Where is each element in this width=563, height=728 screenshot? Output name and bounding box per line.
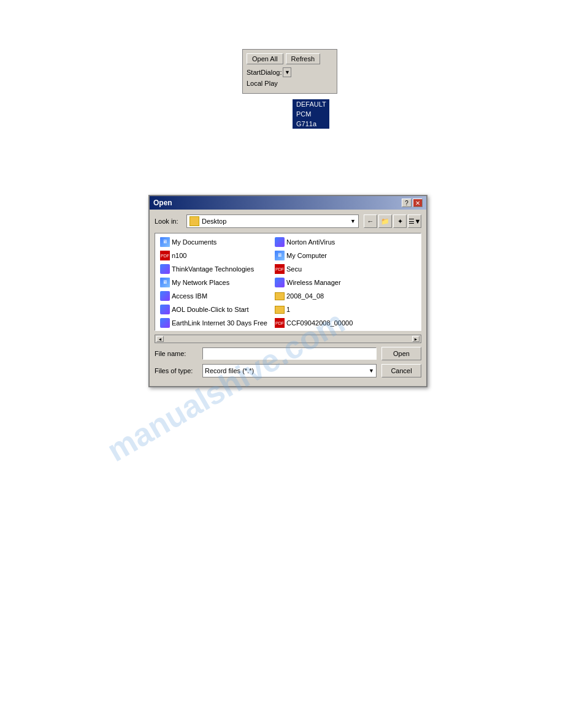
file-name-row: File name: Open	[155, 347, 421, 360]
file-name: EarthLink Internet 30 Days Free	[172, 319, 267, 327]
back-button[interactable]: ←	[364, 214, 377, 228]
file-item[interactable]: ThinkVantage Technologies	[158, 263, 271, 275]
dropdown-item-default[interactable]: DEFAULT	[293, 99, 329, 109]
file-item[interactable]: EarthLink Internet 30 Days Free	[158, 317, 271, 329]
file-item[interactable]: Norton AntiVirus	[272, 236, 386, 248]
navigation-icons: ← 📁 ✦ ☰▼	[364, 214, 421, 228]
shortcut-icon	[160, 264, 170, 274]
files-area: 🖥My DocumentsNorton AntiVirusPDFn100🖥My …	[155, 233, 421, 331]
file-name: CCF09042008_00000	[286, 319, 353, 327]
local-play-label: Local Play	[247, 80, 278, 87]
shortcut-icon	[275, 278, 285, 287]
look-in-arrow: ▼	[350, 218, 356, 224]
shortcut-icon	[160, 318, 170, 328]
file-item[interactable]: 🖥My Documents	[158, 236, 271, 248]
scroll-right[interactable]: ►	[412, 336, 419, 342]
pdf-icon: PDF	[275, 318, 285, 328]
file-item[interactable]: PDFCCF09042008_00000	[272, 317, 386, 329]
dropdown-menu: DEFAULT PCM G711a	[293, 99, 329, 129]
folder-icon	[275, 306, 285, 314]
file-name: Access IBM	[172, 292, 207, 300]
files-of-type-combo[interactable]: Record files (*.*) ▼	[202, 364, 377, 377]
look-in-value: Desktop	[202, 218, 226, 225]
titlebar-buttons: ? ✕	[402, 199, 423, 207]
toolbar-row2: StartDialog: ▼	[247, 67, 333, 77]
toolbar-container: Open All Refresh StartDialog: ▼ Local Pl…	[242, 49, 337, 94]
scroll-left[interactable]: ◄	[156, 336, 164, 342]
file-name: 1	[286, 306, 290, 313]
my-docs-icon: 🖥	[275, 251, 285, 260]
file-name: AOL Double-Click to Start	[172, 306, 249, 313]
toolbar-row1: Open All Refresh	[247, 53, 333, 64]
open-dialog: Open ? ✕ Look in: Desktop ▼ ← 📁 ✦ ☰▼ 🖥My…	[148, 195, 427, 387]
toolbar-row3: Local Play DEFAULT PCM G711a	[247, 80, 333, 87]
file-name-label: File name:	[155, 350, 197, 357]
file-name: 2008_04_08	[286, 292, 324, 300]
file-item[interactable]: 🖥My Network Places	[158, 276, 271, 289]
file-name-input[interactable]	[202, 347, 377, 360]
file-item[interactable]: PDFSecu	[272, 263, 386, 275]
horizontal-scrollbar[interactable]: ◄ ►	[155, 335, 421, 343]
shortcut-icon	[160, 291, 170, 301]
file-name: My Computer	[286, 252, 327, 259]
desktop-icon	[190, 216, 199, 226]
file-name: Secu	[286, 265, 302, 273]
file-name: My Network Places	[172, 279, 229, 286]
dropdown-item-g711a[interactable]: G711a	[293, 119, 329, 129]
folder-icon	[275, 292, 285, 300]
cancel-button[interactable]: Cancel	[381, 364, 421, 377]
file-name: ThinkVantage Technologies	[172, 265, 254, 273]
files-of-type-value: Record files (*.*)	[205, 367, 254, 374]
dialog-titlebar: Open ? ✕	[150, 196, 426, 210]
up-button[interactable]: 📁	[378, 214, 392, 228]
file-item[interactable]: Wireless Manager	[272, 276, 386, 289]
dialog-body: Look in: Desktop ▼ ← 📁 ✦ ☰▼ 🖥My Document…	[150, 210, 426, 386]
dropdown-item-pcm[interactable]: PCM	[293, 109, 329, 119]
file-item[interactable]: AOL Double-Click to Start	[158, 303, 271, 316]
file-name: My Documents	[172, 238, 216, 246]
file-item[interactable]: Access IBM	[158, 290, 271, 302]
shortcut-icon	[160, 305, 170, 314]
file-item[interactable]: 1	[272, 303, 386, 316]
start-dialog-label: StartDialog:	[247, 69, 282, 76]
close-button[interactable]: ✕	[413, 199, 423, 207]
dialog-title: Open	[153, 199, 172, 207]
files-of-type-arrow: ▼	[369, 368, 374, 374]
file-item[interactable]: 🖥My Computer	[272, 249, 386, 262]
my-docs-icon: 🖥	[160, 237, 170, 247]
my-docs-icon: 🖥	[160, 278, 170, 287]
pdf-icon: PDF	[275, 264, 285, 274]
shortcut-icon	[275, 237, 285, 247]
file-name: Wireless Manager	[286, 279, 341, 286]
file-name: Norton AntiVirus	[286, 238, 335, 246]
file-item[interactable]: 2008_04_08	[272, 290, 386, 302]
refresh-button[interactable]: Refresh	[286, 53, 321, 64]
open-button[interactable]: Open	[381, 347, 421, 360]
new-folder-button[interactable]: ✦	[393, 214, 407, 228]
pdf-icon: PDF	[160, 251, 170, 260]
file-name: n100	[172, 252, 186, 259]
open-all-button[interactable]: Open All	[247, 53, 283, 64]
file-item[interactable]: PDFn100	[158, 249, 271, 262]
look-in-label: Look in:	[155, 218, 184, 225]
look-in-row: Look in: Desktop ▼ ← 📁 ✦ ☰▼	[155, 214, 421, 228]
look-in-combo[interactable]: Desktop ▼	[186, 214, 359, 228]
start-dialog-dropdown[interactable]: ▼	[283, 67, 291, 77]
files-of-type-label: Files of type:	[155, 367, 197, 374]
help-button[interactable]: ?	[402, 199, 412, 207]
view-button[interactable]: ☰▼	[408, 214, 421, 228]
files-of-type-row: Files of type: Record files (*.*) ▼ Canc…	[155, 364, 421, 377]
